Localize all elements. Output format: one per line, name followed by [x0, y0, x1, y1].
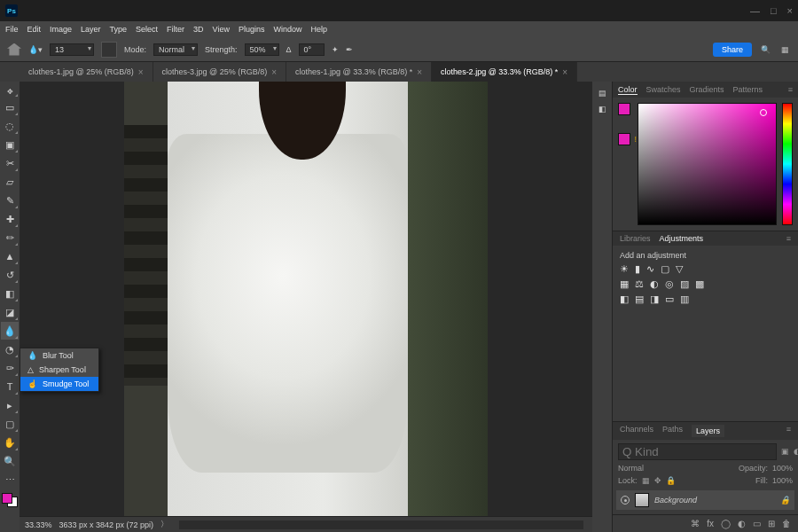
adj-posterize-icon[interactable]: ▤ — [635, 293, 644, 305]
stamp-tool[interactable]: ▲ — [1, 247, 19, 265]
new-group-icon[interactable]: ▭ — [753, 519, 761, 528]
adj-balance-icon[interactable]: ⚖ — [635, 278, 644, 290]
mode-select[interactable]: Normal — [153, 43, 198, 56]
menu-file[interactable]: File — [5, 25, 19, 34]
crop-tool[interactable]: ✂ — [1, 154, 19, 172]
lock-icon[interactable]: 🔒 — [780, 496, 790, 505]
tab-libraries[interactable]: Libraries — [620, 234, 651, 243]
layer-thumbnail[interactable] — [635, 493, 649, 507]
visibility-toggle[interactable] — [621, 496, 630, 505]
tab-swatches[interactable]: Swatches — [646, 85, 681, 94]
tab-doc-2[interactable]: clothes-3.jpg @ 25% (RGB/8)× — [153, 62, 287, 82]
adj-selective-icon[interactable]: ▥ — [680, 293, 689, 305]
dodge-tool[interactable]: ◔ — [1, 340, 19, 358]
gradient-tool[interactable]: ◪ — [1, 303, 19, 321]
adj-brightness-icon[interactable]: ☀ — [620, 263, 629, 275]
foreground-color[interactable] — [618, 103, 630, 115]
adj-levels-icon[interactable]: ▮ — [635, 263, 640, 275]
close-icon[interactable]: × — [562, 67, 567, 77]
tool-preset-icon[interactable]: 💧▾ — [28, 45, 43, 54]
panel-menu-icon[interactable]: ≡ — [788, 85, 793, 94]
adj-lookup-icon[interactable]: ▩ — [695, 278, 704, 290]
zoom-level[interactable]: 33.33% — [25, 520, 52, 529]
eyedropper-tool[interactable]: ✎ — [1, 192, 19, 209]
brush-preview[interactable] — [101, 42, 117, 58]
menu-edit[interactable]: Edit — [27, 25, 42, 34]
scroll-h[interactable] — [179, 520, 583, 529]
home-icon[interactable] — [7, 43, 21, 56]
marquee-tool[interactable]: ▭ — [1, 98, 19, 116]
menu-select[interactable]: Select — [136, 25, 158, 34]
hue-slider[interactable] — [782, 103, 793, 225]
tab-channels[interactable]: Channels — [620, 425, 653, 437]
foreground-swatch[interactable] — [2, 493, 12, 504]
layer-filter-input[interactable] — [618, 443, 777, 460]
menu-view[interactable]: View — [213, 25, 230, 34]
tab-doc-1[interactable]: clothes-1.jpg @ 25% (RGB/8)× — [20, 62, 153, 82]
menu-layer[interactable]: Layer — [81, 25, 101, 34]
adj-invert-icon[interactable]: ◧ — [620, 293, 629, 305]
new-layer-icon[interactable]: ⊞ — [768, 519, 775, 528]
menu-3d[interactable]: 3D — [193, 25, 204, 34]
eraser-tool[interactable]: ◧ — [1, 285, 19, 302]
flyout-blur[interactable]: 💧Blur Tool — [20, 348, 98, 363]
lasso-tool[interactable]: ◌ — [1, 117, 19, 135]
layer-row[interactable]: Background 🔒 — [616, 490, 794, 510]
hand-tool[interactable]: ✋ — [1, 434, 19, 451]
color-swatches[interactable] — [2, 493, 18, 507]
tab-patterns[interactable]: Patterns — [733, 85, 763, 94]
panel-menu-icon[interactable]: ≡ — [786, 425, 791, 437]
close-icon[interactable]: × — [417, 67, 422, 77]
layer-name[interactable]: Background — [654, 496, 697, 505]
adj-photo-filter-icon[interactable]: ◎ — [665, 278, 674, 290]
adj-vibrance-icon[interactable]: ▽ — [676, 263, 683, 275]
menu-help[interactable]: Help — [311, 25, 328, 34]
lock-pixels-icon[interactable]: ▦ — [642, 476, 650, 485]
menu-image[interactable]: Image — [50, 25, 72, 34]
filter-adjust-icon[interactable]: ◐ — [794, 447, 798, 456]
new-adjustment-icon[interactable]: ◐ — [738, 519, 746, 528]
brush-tool[interactable]: ✏ — [1, 229, 19, 246]
gamut-warning-icon[interactable] — [618, 133, 630, 145]
blur-tool[interactable]: 💧 — [1, 322, 19, 340]
blend-mode-select[interactable]: Normal — [618, 464, 644, 473]
path-select-tool[interactable]: ▸ — [1, 396, 19, 414]
search-icon[interactable]: 🔍 — [759, 43, 771, 56]
pressure-icon[interactable]: ✦ — [332, 45, 339, 54]
flyout-smudge[interactable]: ☝Smudge Tool — [20, 377, 98, 391]
layer-mask-icon[interactable]: ◯ — [721, 519, 731, 528]
filter-pixel-icon[interactable]: ▣ — [781, 447, 789, 456]
pen-tool[interactable]: ✑ — [1, 359, 19, 377]
close-icon[interactable]: × — [138, 67, 144, 77]
panel-menu-icon[interactable]: ≡ — [786, 234, 791, 243]
menu-plugins[interactable]: Plugins — [239, 25, 265, 34]
lock-position-icon[interactable]: ✥ — [654, 476, 661, 485]
close-button[interactable]: × — [787, 5, 793, 16]
tab-color[interactable]: Color — [618, 85, 638, 95]
zoom-tool[interactable]: 🔍 — [1, 452, 19, 470]
adj-exposure-icon[interactable]: ▢ — [661, 263, 669, 275]
adj-threshold-icon[interactable]: ◨ — [650, 293, 659, 305]
frame-tool[interactable]: ▱ — [1, 173, 19, 191]
history-brush-tool[interactable]: ↺ — [1, 266, 19, 284]
angle-input[interactable]: 0° — [299, 43, 325, 56]
opacity-value[interactable]: 100% — [772, 464, 793, 473]
menu-filter[interactable]: Filter — [167, 25, 184, 34]
doc-info[interactable]: 3633 px x 3842 px (72 ppi) — [59, 520, 154, 529]
type-tool[interactable]: T — [1, 378, 19, 395]
workspace-icon[interactable]: ▦ — [778, 43, 791, 56]
object-select-tool[interactable]: ▣ — [1, 136, 19, 153]
heal-tool[interactable]: ✚ — [1, 210, 19, 228]
lock-all-icon[interactable]: 🔒 — [666, 476, 676, 485]
menu-type[interactable]: Type — [110, 25, 128, 34]
maximize-button[interactable]: □ — [771, 5, 777, 16]
adj-hue-icon[interactable]: ▦ — [620, 278, 629, 290]
link-layers-icon[interactable]: ⌘ — [691, 519, 700, 528]
color-picker[interactable] — [638, 103, 777, 225]
delete-layer-icon[interactable]: 🗑 — [782, 519, 791, 528]
edit-toolbar[interactable]: ⋯ — [1, 471, 19, 489]
brush-preset[interactable]: 13 — [50, 43, 94, 56]
adj-curves-icon[interactable]: ∿ — [646, 263, 654, 275]
history-panel-icon[interactable]: ▤ — [598, 89, 606, 98]
shape-tool[interactable]: ▢ — [1, 415, 19, 433]
